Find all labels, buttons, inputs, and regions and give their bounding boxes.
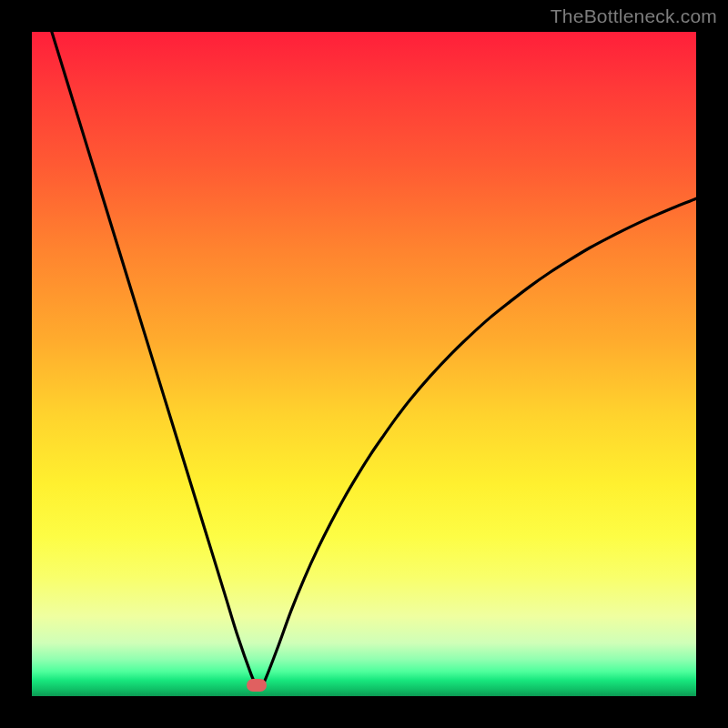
bottleneck-curve xyxy=(52,32,696,687)
plot-area xyxy=(32,32,696,696)
curve-layer xyxy=(32,32,696,696)
optimum-marker xyxy=(247,679,267,692)
chart-stage: TheBottleneck.com xyxy=(0,0,728,728)
attribution-text: TheBottleneck.com xyxy=(551,5,717,27)
